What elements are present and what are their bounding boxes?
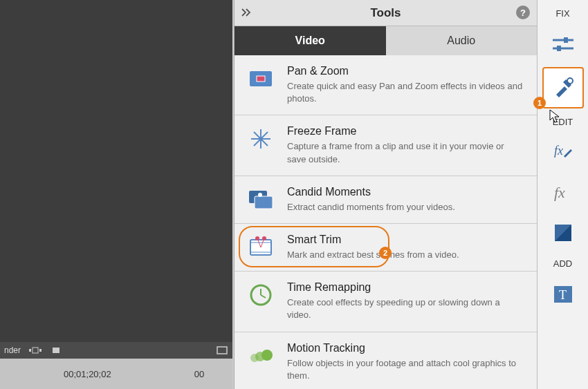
svg-rect-6 bbox=[257, 76, 265, 82]
tool-title: Pan & Zoom bbox=[287, 65, 524, 77]
svg-text:T: T bbox=[559, 288, 567, 302]
rail-label-edit: EDIT bbox=[553, 117, 573, 127]
svg-text:fx: fx bbox=[554, 144, 563, 158]
svg-line-22 bbox=[261, 295, 266, 298]
marker-icon[interactable] bbox=[50, 345, 62, 355]
tool-desc: Extract candid moments from your videos. bbox=[287, 201, 524, 214]
panel-title: Tools bbox=[370, 6, 401, 20]
tool-title: Motion Tracking bbox=[287, 342, 524, 354]
time-remapping-icon bbox=[247, 281, 275, 309]
tool-candid-moments[interactable]: Candid Moments Extract candid moments fr… bbox=[235, 176, 537, 224]
rail-effects-button[interactable]: fx bbox=[546, 135, 580, 170]
timecode-current: 00;01;20;02 bbox=[64, 369, 111, 379]
candid-moments-icon bbox=[247, 186, 275, 214]
playback-controls: nder bbox=[0, 342, 232, 359]
tool-title: Smart Trim bbox=[287, 234, 524, 246]
svg-point-30 bbox=[567, 78, 573, 84]
svg-rect-1 bbox=[33, 348, 38, 353]
callout-number-1: 1 bbox=[533, 97, 546, 109]
tab-audio[interactable]: Audio bbox=[386, 26, 538, 55]
tool-title: Time Remapping bbox=[287, 281, 524, 294]
right-rail: FIX EDIT fx fx ADD T bbox=[537, 0, 588, 389]
tool-pan-zoom[interactable]: Pan & Zoom Create quick and easy Pan and… bbox=[235, 55, 537, 115]
timecode-end: 00 bbox=[194, 369, 204, 379]
tool-time-remapping[interactable]: Time Remapping Create cool effects by sp… bbox=[235, 272, 537, 332]
in-out-icon[interactable] bbox=[29, 345, 42, 355]
svg-rect-3 bbox=[53, 348, 59, 353]
tool-desc: Capture a frame from a clip and use it i… bbox=[287, 140, 524, 165]
rail-label-fix: FIX bbox=[555, 8, 569, 19]
rail-adjust-button[interactable] bbox=[546, 27, 580, 61]
tool-desc: Follow objects in your footage and attac… bbox=[287, 357, 524, 382]
svg-text:fx: fx bbox=[554, 184, 565, 201]
svg-rect-4 bbox=[217, 347, 227, 354]
rail-color-button[interactable] bbox=[546, 216, 580, 250]
svg-point-11 bbox=[259, 137, 263, 141]
tool-title: Candid Moments bbox=[287, 186, 524, 198]
svg-rect-0 bbox=[29, 349, 31, 352]
tools-panel: Tools ? Video Audio Pan & Zoom Create qu… bbox=[234, 0, 537, 389]
timecode-bar: 00;01;20;02 00 bbox=[0, 359, 232, 389]
svg-rect-2 bbox=[39, 349, 42, 352]
pan-zoom-icon bbox=[247, 65, 275, 93]
tool-title: Freeze Frame bbox=[287, 125, 524, 137]
render-label: nder bbox=[4, 345, 21, 355]
tool-list: Pan & Zoom Create quick and easy Pan and… bbox=[235, 55, 537, 389]
smart-trim-icon bbox=[247, 234, 275, 261]
svg-point-25 bbox=[261, 350, 273, 361]
svg-point-14 bbox=[258, 193, 262, 197]
fullscreen-icon[interactable] bbox=[216, 345, 228, 355]
help-icon[interactable]: ? bbox=[516, 6, 530, 19]
panel-header: Tools ? bbox=[235, 0, 537, 26]
svg-rect-29 bbox=[557, 46, 561, 51]
rail-label-add: ADD bbox=[553, 258, 572, 269]
tool-freeze-frame[interactable]: Freeze Frame Capture a frame from a clip… bbox=[235, 115, 537, 175]
video-preview-area bbox=[0, 0, 232, 342]
callout-number-2: 2 bbox=[379, 247, 392, 259]
tool-desc: Create cool effects by speeding up or sl… bbox=[287, 296, 524, 321]
tool-tabs: Video Audio bbox=[235, 26, 537, 55]
rail-fx-button[interactable]: fx bbox=[546, 175, 580, 210]
tool-motion-tracking[interactable]: Motion Tracking Follow objects in your f… bbox=[235, 332, 537, 390]
rail-tools-button[interactable] bbox=[542, 67, 584, 108]
tool-desc: Create quick and easy Pan and Zoom effec… bbox=[287, 80, 524, 105]
svg-rect-27 bbox=[564, 37, 568, 43]
svg-rect-13 bbox=[255, 196, 273, 209]
tool-desc: Mark and extract best scenes from a vide… bbox=[287, 249, 524, 261]
motion-tracking-icon bbox=[247, 342, 275, 370]
freeze-frame-icon bbox=[247, 125, 275, 153]
tab-video[interactable]: Video bbox=[235, 26, 386, 55]
collapse-icon[interactable] bbox=[241, 7, 252, 19]
rail-text-button[interactable]: T bbox=[546, 277, 580, 312]
